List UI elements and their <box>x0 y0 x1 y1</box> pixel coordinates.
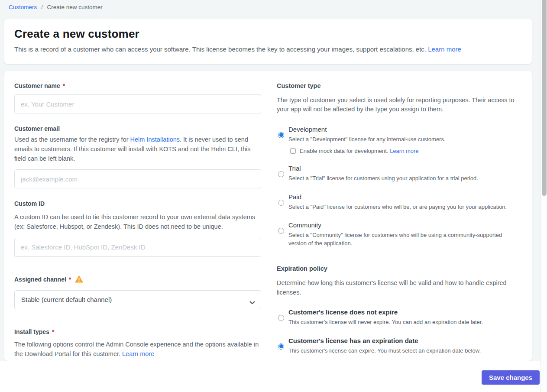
customer-email-description: Used as the username for the registry fo… <box>14 135 261 163</box>
form-left-column: Customer name * Customer email Used as t… <box>14 82 261 361</box>
expiration-option-has-expiration: Customer's license has an expiration dat… <box>277 337 517 355</box>
assigned-channel-required-marker: * <box>69 276 71 283</box>
mock-data-checkbox[interactable] <box>290 148 296 154</box>
mock-data-checkbox-text: Enable mock data for development. <box>300 148 390 154</box>
mock-data-checkbox-label: Enable mock data for development. Learn … <box>300 148 419 154</box>
expiration-policy-heading: Expiration policy <box>277 265 517 272</box>
install-types-label: Install types <box>14 328 49 335</box>
breadcrumb-customers-link[interactable]: Customers <box>9 4 37 10</box>
development-radio[interactable] <box>278 132 284 138</box>
custom-id-label-row: Custom ID <box>14 200 261 207</box>
custom-id-input[interactable] <box>14 238 261 257</box>
community-option-title: Community <box>288 221 517 229</box>
customer-name-input[interactable] <box>14 94 261 113</box>
install-types-label-row: Install types * <box>14 328 261 335</box>
page-scrollbar-thumb[interactable] <box>542 0 547 196</box>
footer-action-bar: Save changes <box>0 361 547 392</box>
customer-email-label: Customer email <box>14 125 60 132</box>
development-option-title: Development <box>288 126 517 133</box>
trial-option-description: Select a "Trial" license for customers u… <box>288 175 517 183</box>
assigned-channel-select[interactable]: Stable (current default channel) <box>14 290 261 309</box>
customer-type-description: The type of customer you select is used … <box>277 96 517 114</box>
has-expiration-radio[interactable] <box>278 343 284 350</box>
customer-email-input[interactable] <box>14 169 261 188</box>
install-types-learn-more-link[interactable]: Learn more <box>122 350 154 357</box>
form-right-column: Customer type The type of customer you s… <box>277 82 517 361</box>
custom-id-description: A custom ID can be used to tie this cust… <box>14 213 261 232</box>
community-option-description: Select a "Community" license for custome… <box>288 231 517 248</box>
customer-name-required-marker: * <box>63 82 65 89</box>
customer-type-option-community: Community Select a "Community" license f… <box>277 221 517 248</box>
no-expire-option-title: Customer's license does not expire <box>288 308 517 316</box>
page-title: Create a new customer <box>14 27 522 41</box>
has-expiration-option-title: Customer's license has an expiration dat… <box>288 337 517 344</box>
trial-option-title: Trial <box>288 165 517 172</box>
mock-data-checkbox-row: Enable mock data for development. Learn … <box>290 148 517 154</box>
customer-email-description-before: Used as the username for the registry fo… <box>14 136 130 143</box>
install-types-required-marker: * <box>52 328 54 335</box>
paid-option-title: Paid <box>288 193 517 201</box>
assigned-channel-label: Assigned channel <box>14 276 66 283</box>
customer-name-label-row: Customer name * <box>14 82 261 89</box>
create-customer-form-card: Customer name * Customer email Used as t… <box>4 71 532 361</box>
paid-radio[interactable] <box>278 200 284 206</box>
assigned-channel-selected-value: Stable (current default channel) <box>21 296 112 303</box>
mock-data-learn-more-link[interactable]: Learn more <box>390 148 418 154</box>
helm-installations-link[interactable]: Helm Installations <box>130 136 180 143</box>
page-description-text: This is a record of a customer who can a… <box>14 45 426 53</box>
expiration-option-no-expire: Customer's license does not expire This … <box>277 308 517 327</box>
customer-type-option-trial: Trial Select a "Trial" license for custo… <box>277 165 517 183</box>
breadcrumb-separator: / <box>41 4 43 10</box>
customer-type-option-development: Development Select a "Development" licen… <box>277 126 517 154</box>
development-option-description: Select a "Development" license for any i… <box>288 136 517 144</box>
chevron-down-icon <box>249 298 255 306</box>
page-scrollbar-track[interactable] <box>541 0 547 392</box>
breadcrumb: Customers / Create new customer <box>9 4 103 10</box>
warning-icon <box>75 275 83 285</box>
save-changes-button[interactable]: Save changes <box>482 370 540 385</box>
customer-name-label: Customer name <box>14 82 60 89</box>
assigned-channel-label-row: Assigned channel * <box>14 275 261 284</box>
trial-radio[interactable] <box>278 171 284 177</box>
no-expire-option-description: This customer's license will never expir… <box>288 318 517 327</box>
paid-option-description: Select a "Paid" license for customers wh… <box>288 203 517 211</box>
expiration-policy-description: Determine how long this customer's licen… <box>277 279 517 297</box>
header-learn-more-link[interactable]: Learn more <box>428 45 461 53</box>
custom-id-label: Custom ID <box>14 200 45 207</box>
customer-type-option-paid: Paid Select a "Paid" license for custome… <box>277 193 517 211</box>
page-header-card: Create a new customer This is a record o… <box>4 19 532 64</box>
customer-email-label-row: Customer email <box>14 125 261 132</box>
install-types-description: The following options control the Admin … <box>14 340 261 359</box>
breadcrumb-current: Create new customer <box>47 4 103 10</box>
no-expire-radio[interactable] <box>278 315 284 321</box>
community-radio[interactable] <box>278 228 284 234</box>
page-description: This is a record of a customer who can a… <box>14 45 522 53</box>
has-expiration-option-description: This customer's license can expire. You … <box>288 347 517 355</box>
customer-type-heading: Customer type <box>277 82 517 89</box>
